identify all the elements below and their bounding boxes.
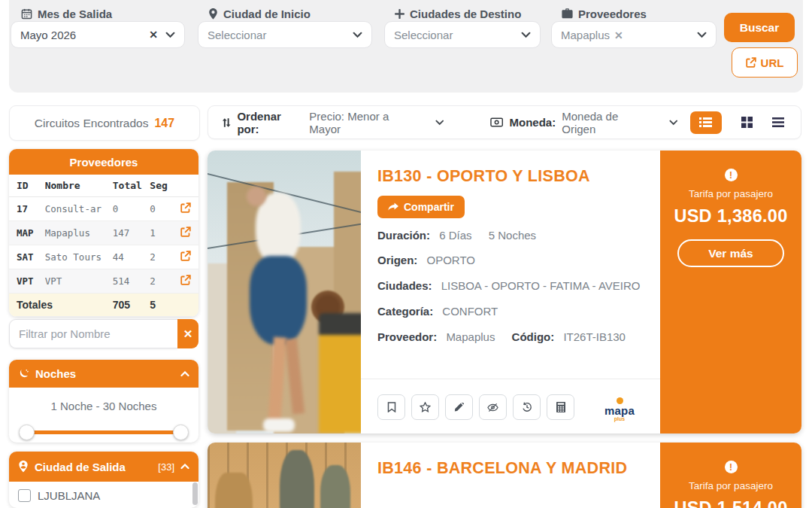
chevron-up-icon — [180, 464, 189, 470]
currency-label: Moneda: — [510, 116, 556, 129]
chevron-down-icon[interactable] — [669, 120, 678, 126]
app: Mes de Salida Mayo 2026 ✕ Ciudad de Inic… — [0, 0, 812, 508]
history-icon — [522, 402, 532, 412]
chevron-down-icon — [353, 32, 362, 38]
provider-name-filter-clear-button[interactable]: ✕ — [177, 319, 198, 348]
chevron-down-icon — [521, 32, 531, 38]
filter-bar: Mes de Salida Mayo 2026 ✕ Ciudad de Inic… — [9, 0, 803, 93]
external-link-icon[interactable] — [180, 202, 191, 213]
providers-totals-row: Totales 705 5 — [9, 294, 198, 317]
sort-bar: Ordenar por: Precio: Menor a Mayor Moned… — [208, 105, 801, 139]
origin-select[interactable]: Seleccionar — [198, 21, 372, 48]
external-link-icon[interactable] — [180, 227, 191, 237]
external-link-icon[interactable] — [180, 275, 191, 285]
chevron-down-icon — [165, 32, 175, 38]
provider-row: SAT Sato Tours 44 2 — [9, 245, 198, 269]
money-icon — [490, 117, 503, 127]
slider-track[interactable] — [21, 430, 186, 434]
card-divider — [361, 379, 660, 379]
favorite-button[interactable] — [411, 394, 439, 420]
info-exclamation-icon[interactable]: ! — [725, 461, 738, 473]
tour-card: IB146 - BARCELONA Y MADRID ! Tarifa por … — [208, 443, 801, 508]
destinations-select-placeholder: Seleccionar — [394, 29, 521, 41]
list-view-button[interactable] — [690, 111, 722, 134]
city-option[interactable]: LJUBLJANA — [9, 482, 198, 508]
person-pin-icon — [18, 461, 29, 473]
provider-tag-remove-icon[interactable]: ✕ — [614, 29, 623, 41]
edit-button[interactable] — [445, 394, 473, 420]
provider-row: VPT VPT 514 2 — [9, 269, 198, 294]
slider-handle-min[interactable] — [19, 424, 35, 440]
month-clear-icon[interactable]: ✕ — [149, 29, 158, 41]
url-button[interactable]: URL — [732, 47, 798, 78]
month-select-value: Mayo 2026 — [20, 29, 146, 41]
providers-table-header-row: ID Nombre Total Seg — [9, 175, 198, 197]
provider-logo: mapa plus — [604, 397, 635, 421]
destinations-filter-group: Ciudades de Destino — [395, 6, 521, 21]
price-panel: ! Tarifa por pasajero USD 1,386.00 Ver m… — [660, 151, 801, 433]
tour-title[interactable]: IB146 - BARCELONA Y MADRID — [377, 459, 633, 478]
cities-row: Ciudades: LISBOA - OPORTO - FATIMA - AVE… — [377, 278, 644, 294]
history-button[interactable] — [513, 394, 541, 420]
origin-label: Ciudad de Inicio — [208, 6, 311, 21]
tour-photo — [208, 151, 361, 433]
city-checkbox[interactable] — [18, 489, 31, 502]
city-option-label: LJUBLJANA — [38, 489, 100, 502]
providers-select-value: Mapaplus✕ — [561, 29, 697, 41]
month-select[interactable]: Mayo 2026 ✕ — [11, 21, 185, 48]
category-row: Categoría: CONFORT — [377, 303, 644, 320]
star-icon — [420, 402, 431, 412]
currency-value[interactable]: Moneda de Origen — [562, 110, 651, 135]
providers-select[interactable]: Mapaplus✕ — [551, 21, 717, 48]
price-value: USD 1,386.00 — [674, 206, 787, 227]
departure-city-header[interactable]: Ciudad de Salida [33] — [9, 452, 198, 482]
origin-row: Origen: OPORTO — [377, 252, 644, 269]
price-panel: ! Tarifa por pasajero USD 1,514.00 — [660, 443, 801, 508]
hamburger-icon — [772, 117, 784, 127]
departure-city-panel: Ciudad de Salida [33] LJUBLJANA — [9, 452, 198, 508]
hide-button[interactable] — [479, 394, 507, 420]
compact-view-button[interactable] — [772, 117, 784, 127]
provider-name-filter-input[interactable] — [9, 319, 177, 348]
chevron-down-icon[interactable] — [435, 120, 444, 126]
bookmark-button[interactable] — [377, 394, 405, 420]
providers-filter-group: Proveedores — [562, 6, 647, 21]
providers-table: ID Nombre Total Seg 17 Consult-ar 0 0 MA… — [9, 175, 198, 317]
grid-view-button[interactable] — [741, 117, 753, 128]
plus-icon — [395, 9, 404, 19]
external-link-icon[interactable] — [180, 251, 191, 261]
calculator-button[interactable] — [547, 394, 574, 420]
tour-card-body: IB130 - OPORTO Y LISBOA Compartir Duraci… — [361, 151, 660, 433]
scrollbar[interactable] — [192, 482, 198, 505]
departure-city-count: [33] — [158, 461, 174, 473]
destinations-select[interactable]: Seleccionar — [384, 21, 541, 48]
logo-dot-icon — [617, 397, 623, 404]
nights-panel-header[interactable]: Noches — [9, 360, 198, 388]
provider-name-filter: ✕ — [9, 319, 198, 348]
provider-row: Proveedor: Mapaplus Código: IT26T-IB130 — [377, 329, 644, 345]
results-count-label: Circuitos Encontrados — [35, 117, 149, 130]
slider-handle-max[interactable] — [173, 424, 189, 440]
share-button[interactable]: Compartir — [377, 196, 465, 218]
map-pin-icon — [208, 8, 218, 20]
nights-range-label: 1 Noche - 30 Noches — [9, 388, 198, 412]
info-exclamation-icon[interactable]: ! — [725, 169, 738, 181]
nights-panel: Noches 1 Noche - 30 Noches — [9, 360, 198, 443]
nights-range-slider — [21, 424, 186, 440]
duration-row: Duración: 6 Días 5 Noches — [377, 227, 644, 244]
origin-filter-group: Ciudad de Inicio — [208, 6, 311, 21]
provider-row: 17 Consult-ar 0 0 — [9, 197, 198, 221]
ver-mas-button[interactable]: Ver más — [677, 239, 784, 267]
calendar-icon — [21, 8, 32, 20]
bookmark-icon — [387, 402, 396, 412]
providers-label: Proveedores — [562, 6, 647, 21]
tour-title[interactable]: IB130 - OPORTO Y LISBOA — [377, 167, 644, 186]
providers-panel-header: Proveedores — [9, 149, 198, 175]
sort-arrows-icon — [222, 117, 231, 128]
providers-panel: Proveedores ID Nombre Total Seg 17 Consu… — [9, 149, 198, 317]
price-caption: Tarifa por pasajero — [689, 480, 773, 491]
eye-off-icon — [487, 403, 498, 412]
buscar-button[interactable]: Buscar — [724, 13, 795, 42]
sort-value[interactable]: Precio: Menor a Mayor — [309, 110, 418, 135]
briefcase-icon — [562, 8, 573, 19]
